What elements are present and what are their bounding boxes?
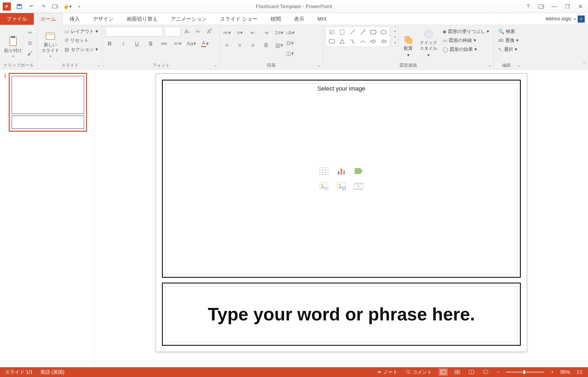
zoom-in-button[interactable]: +	[549, 369, 555, 375]
insert-video-icon[interactable]	[351, 180, 366, 193]
tab-design[interactable]: デザイン	[86, 13, 120, 25]
zoom-out-button[interactable]: −	[495, 369, 501, 375]
arrange-button[interactable]: 配置▾	[401, 27, 416, 59]
restore-button[interactable]: ❐	[562, 2, 572, 11]
insert-smartart-icon[interactable]	[351, 165, 366, 178]
smartart-convert-button[interactable]: ◫▾	[286, 49, 294, 58]
insert-online-picture-icon[interactable]	[334, 180, 349, 193]
underline-button[interactable]: U	[133, 39, 141, 48]
align-left-button[interactable]: ≡	[222, 41, 231, 50]
slide-counter[interactable]: スライド 1/1	[5, 369, 33, 375]
bullets-button[interactable]: ≔▾	[222, 28, 231, 37]
collapse-ribbon-button[interactable]: ˄	[583, 62, 585, 68]
svg-rect-17	[407, 39, 412, 44]
grow-font-button[interactable]: A▴	[183, 27, 191, 36]
reading-view-button[interactable]	[467, 368, 476, 376]
shape-effects-button[interactable]: ◯図形の効果 ▾	[441, 46, 491, 53]
font-family-select[interactable]	[105, 27, 163, 36]
ribbon-display-options-button[interactable]	[536, 2, 546, 11]
align-right-button[interactable]: ≡	[249, 41, 257, 50]
align-text-button[interactable]: ⊟▾	[286, 39, 294, 47]
shapes-scroll-up[interactable]: ▴	[392, 28, 398, 33]
char-spacing-button[interactable]: AV▾	[173, 39, 182, 48]
tab-file[interactable]: ファイル	[0, 13, 34, 25]
tab-review[interactable]: 校閲	[264, 13, 287, 25]
font-color-button[interactable]: A▾	[201, 39, 209, 48]
layout-button[interactable]: ▭レイアウト ▾	[63, 28, 100, 35]
shape-fill-button[interactable]: ◆図形の塗りつぶし ▾	[441, 28, 491, 35]
change-case-button[interactable]: Aa▾	[187, 39, 196, 48]
account-menu[interactable]: tekhno logic ▾ tl	[542, 13, 588, 25]
align-center-button[interactable]: ≡	[235, 41, 244, 50]
copy-button[interactable]: ⧉	[26, 39, 34, 47]
new-slide-button[interactable]: 新しい スライド ▾	[40, 27, 61, 59]
qat-customize-button[interactable]: ▾	[76, 3, 83, 10]
svg-rect-40	[455, 372, 457, 374]
slide-thumbnails-pane[interactable]: 1	[0, 70, 95, 367]
increase-indent-button[interactable]: ⇥	[262, 28, 270, 37]
redo-button[interactable]: ↷	[40, 3, 47, 10]
section-button[interactable]: ▤セクション ▾	[63, 46, 100, 53]
notes-button[interactable]: ≐ノート	[376, 369, 399, 375]
shape-outline-button[interactable]: ▭図形の枠線 ▾	[441, 37, 491, 44]
shape-vtextbox-icon	[338, 28, 347, 36]
close-button[interactable]: ✕	[575, 2, 585, 11]
start-from-beginning-button[interactable]	[52, 3, 59, 10]
italic-button[interactable]: I	[119, 39, 128, 48]
strikethrough-button[interactable]: abc	[160, 39, 169, 48]
slideshow-view-button[interactable]	[481, 368, 490, 376]
paste-button[interactable]: 貼り付け ▾	[3, 27, 23, 59]
sorter-view-button[interactable]	[453, 368, 462, 376]
columns-button[interactable]: ▥▾	[275, 41, 283, 50]
insert-chart-icon[interactable]	[334, 165, 349, 178]
justify-button[interactable]: ≣	[262, 41, 270, 50]
tab-insert[interactable]: 挿入	[63, 13, 86, 25]
format-painter-button[interactable]: 🖌	[26, 49, 34, 58]
touch-mode-button[interactable]: ☝▾	[64, 3, 71, 10]
fit-to-window-button[interactable]	[575, 368, 584, 376]
cut-button[interactable]: ✂	[26, 28, 34, 37]
text-direction-button[interactable]: ↕A▾	[286, 28, 294, 37]
zoom-slider-thumb[interactable]	[523, 370, 525, 374]
image-placeholder[interactable]: Select your image	[162, 80, 521, 278]
numbering-button[interactable]: ≡▾	[235, 28, 244, 37]
insert-picture-icon[interactable]	[316, 180, 332, 193]
shapes-more-button[interactable]: ▾	[392, 40, 398, 45]
help-button[interactable]: ?	[523, 2, 533, 11]
slide-thumbnail-1[interactable]	[9, 73, 87, 132]
insert-table-icon[interactable]	[316, 165, 332, 178]
reset-button[interactable]: ↺リセット	[63, 37, 100, 44]
language-indicator[interactable]: 英語 (英国)	[40, 369, 65, 375]
clear-formatting-button[interactable]: A⨯	[204, 27, 213, 36]
select-button[interactable]: ↖選択 ▾	[497, 46, 520, 53]
minimize-button[interactable]: —	[549, 2, 559, 11]
save-button[interactable]	[16, 3, 23, 10]
find-button[interactable]: 🔍検索	[497, 28, 520, 35]
tab-slideshow[interactable]: スライド ショー	[213, 13, 264, 25]
font-size-select[interactable]	[165, 27, 180, 36]
tab-home[interactable]: ホーム	[34, 13, 63, 25]
bold-button[interactable]: B	[105, 39, 114, 48]
zoom-level[interactable]: 95%	[560, 369, 570, 375]
quick-styles-button[interactable]: クイック スタイル▾	[418, 27, 439, 59]
shapes-scroll-down[interactable]: ▾	[392, 34, 398, 39]
shrink-font-icon: A	[196, 29, 199, 34]
shrink-font-button[interactable]: A▾	[194, 27, 202, 36]
line-spacing-button[interactable]: ‡≡▾	[275, 28, 283, 37]
tab-view[interactable]: 表示	[287, 13, 311, 25]
normal-view-button[interactable]	[439, 368, 448, 376]
touch-icon: ☝	[63, 4, 69, 10]
text-placeholder[interactable]: Type your word or phrase here.	[162, 283, 521, 346]
replace-button[interactable]: ab置換 ▾	[497, 37, 520, 44]
shapes-gallery[interactable]: A	[326, 27, 390, 47]
comments-button[interactable]: 🗨コメント	[404, 369, 434, 375]
tab-animations[interactable]: アニメーション	[164, 13, 213, 25]
slide-canvas-area[interactable]: Select your image Type your word or phra…	[95, 70, 588, 367]
tab-mix[interactable]: MIX	[311, 13, 333, 25]
slide[interactable]: Select your image Type your word or phra…	[156, 73, 527, 352]
tab-transitions[interactable]: 画面切り替え	[120, 13, 164, 25]
text-shadow-button[interactable]: S	[146, 39, 155, 48]
zoom-slider[interactable]	[506, 372, 544, 373]
decrease-indent-button[interactable]: ⇤	[249, 28, 257, 37]
undo-button[interactable]: ↶	[28, 3, 35, 10]
